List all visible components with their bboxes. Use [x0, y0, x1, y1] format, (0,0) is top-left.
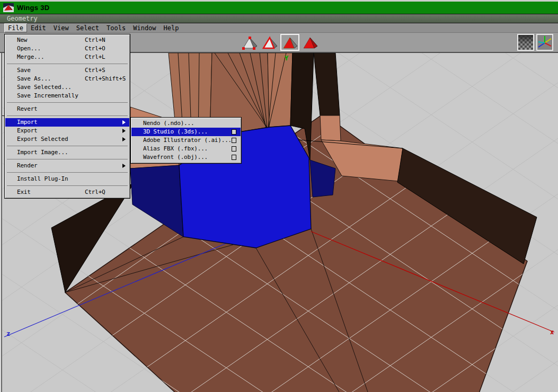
file-menu-item-import-image[interactable]: Import Image...: [5, 148, 129, 157]
menu-item-label: Install Plug-In: [17, 175, 68, 183]
option-box-icon[interactable]: [232, 129, 236, 135]
import-submenu-item-nendo-ndo[interactable]: Nendo (.ndo)...: [131, 119, 241, 128]
z-axis-label: z: [6, 330, 10, 337]
ground-plane-toggle-button[interactable]: [517, 34, 534, 51]
x-axis-label: x: [550, 328, 554, 336]
file-menu-item-install-plug-in[interactable]: Install Plug-In: [5, 175, 129, 183]
menu-item-shortcut: Ctrl+O: [85, 45, 105, 52]
menu-view[interactable]: View: [50, 23, 73, 32]
submenu-arrow-icon: [122, 137, 126, 141]
menu-item-label: Save Selected...: [17, 84, 72, 91]
option-box-icon[interactable]: [232, 146, 236, 152]
body-select-mode-button[interactable]: [300, 34, 320, 51]
menu-help[interactable]: Help: [160, 23, 183, 32]
menu-item-label: Nendo (.ndo)...: [143, 120, 194, 127]
menu-item-label: 3D Studio (.3ds)...: [143, 128, 208, 136]
option-box-icon[interactable]: [232, 138, 236, 143]
submenu-arrow-icon: [122, 164, 126, 168]
file-menu-item-import[interactable]: Import: [5, 118, 129, 127]
import-submenu-item-adobe-illustrator-ai[interactable]: Adobe Illustrator (.ai)...: [131, 136, 241, 145]
menu-item-shortcut: Ctrl+L: [85, 54, 105, 61]
title-bar: Wings 3D: [0, 0, 558, 14]
selection-mode-group: [240, 34, 320, 51]
menu-item-label: Alias FBX (.fbx)...: [143, 145, 208, 153]
submenu-arrow-icon: [122, 120, 126, 124]
file-menu-item-merge[interactable]: Merge...Ctrl+L: [5, 53, 129, 61]
menu-item-label: Export Selected: [17, 136, 68, 143]
wings3d-logo-icon: [3, 3, 14, 12]
submenu-arrow-icon: [122, 129, 126, 133]
menu-item-label: Exit: [17, 189, 31, 196]
file-menu-item-revert[interactable]: Revert: [5, 105, 129, 113]
menu-item-label: Save Incrementally: [17, 92, 78, 100]
option-box-icon[interactable]: [232, 155, 236, 160]
menu-separator: [7, 64, 128, 64]
menu-item-shortcut: Ctrl+S: [85, 67, 105, 74]
menu-item-label: Merge...: [17, 54, 44, 61]
vertex-select-mode-button[interactable]: [240, 34, 259, 51]
file-menu-item-exit[interactable]: ExitCtrl+Q: [5, 188, 129, 197]
face-select-mode-button[interactable]: [280, 34, 299, 51]
y-axis-label: Y: [285, 55, 289, 62]
file-menu-item-export-selected[interactable]: Export Selected: [5, 135, 129, 144]
menu-item-label: Open...: [17, 45, 41, 52]
window-left-edge-shadow: [1, 53, 2, 392]
menu-item-label: Export: [17, 127, 38, 135]
menu-separator: [7, 102, 128, 103]
import-submenu-item-3d-studio-3ds[interactable]: 3D Studio (.3ds)...: [131, 128, 241, 136]
file-menu-item-render[interactable]: Render: [5, 162, 129, 170]
import-submenu-item-wavefront-obj[interactable]: Wavefront (.obj)...: [131, 153, 241, 162]
body-mode-icon: [302, 35, 318, 50]
workspace-title-bar: Geometry: [0, 14, 558, 23]
file-menu-item-new[interactable]: NewCtrl+N: [5, 36, 129, 44]
file-menu-item-open[interactable]: Open...Ctrl+O: [5, 44, 129, 53]
menu-window[interactable]: Window: [129, 23, 160, 32]
menu-tools[interactable]: Tools: [103, 23, 129, 32]
menu-item-label: Wavefront (.obj)...: [143, 154, 208, 161]
menu-item-label: Import: [17, 119, 38, 126]
menu-item-label: Revert: [17, 105, 38, 113]
menu-item-shortcut: Ctrl+Shift+S: [85, 75, 126, 83]
menu-separator: [7, 115, 128, 116]
menu-select[interactable]: Select: [73, 23, 103, 32]
view-toggle-group: [517, 34, 553, 51]
menu-separator: [7, 185, 128, 186]
menu-item-label: Save As...: [17, 75, 51, 83]
file-menu-item-save-as[interactable]: Save As...Ctrl+Shift+S: [5, 75, 129, 83]
file-menu-item-save-selected[interactable]: Save Selected...: [5, 83, 129, 92]
edge-mode-icon: [261, 35, 278, 50]
import-submenu-item-alias-fbx-fbx[interactable]: Alias FBX (.fbx)...: [131, 145, 241, 153]
menu-separator: [7, 146, 128, 146]
wings3d-window: { "window": { "title": "Wings 3D", "work…: [0, 0, 558, 392]
edge-select-mode-button[interactable]: [260, 34, 279, 51]
window-title: Wings 3D: [17, 4, 50, 12]
vertex-mode-icon: [241, 35, 258, 50]
workspace-title: Geometry: [7, 15, 38, 22]
face-mode-icon: [281, 35, 298, 50]
menu-file[interactable]: File: [4, 23, 27, 32]
axes-icon: [537, 35, 552, 50]
menu-separator: [7, 172, 128, 173]
file-menu-item-save-incrementally[interactable]: Save Incrementally: [5, 92, 129, 100]
axes-toggle-button[interactable]: [536, 34, 553, 51]
file-menu-item-export[interactable]: Export: [5, 127, 129, 135]
file-menu-popup: NewCtrl+NOpen...Ctrl+OMerge...Ctrl+LSave…: [4, 34, 130, 199]
menu-item-shortcut: Ctrl+N: [85, 37, 105, 44]
menu-item-label: New: [17, 37, 27, 44]
menu-item-label: Import Image...: [17, 149, 68, 156]
menu-item-shortcut: Ctrl+Q: [85, 189, 105, 196]
menu-separator: [7, 159, 128, 159]
menu-item-label: Render: [17, 162, 38, 170]
menu-edit[interactable]: Edit: [27, 23, 50, 32]
menu-bar: FileEditViewSelectToolsWindowHelp: [0, 23, 558, 33]
menu-item-label: Adobe Illustrator (.ai)...: [143, 137, 232, 144]
ground-plane-icon: [518, 35, 533, 50]
menu-item-label: Save: [17, 67, 31, 74]
file-menu-item-save[interactable]: SaveCtrl+S: [5, 66, 129, 75]
import-submenu-popup: Nendo (.ndo)...3D Studio (.3ds)...Adobe …: [130, 117, 242, 164]
